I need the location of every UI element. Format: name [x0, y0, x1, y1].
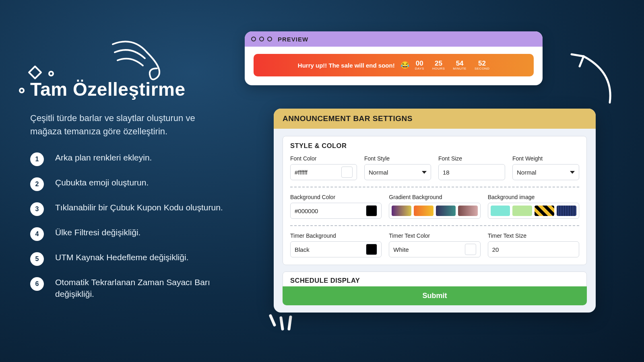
gradient-option[interactable]	[414, 206, 433, 216]
submit-button[interactable]: Submit	[283, 286, 587, 305]
timer-text-color-input[interactable]: White	[389, 241, 480, 257]
timer-background-input[interactable]: Black	[290, 241, 382, 257]
feature-item: 1Arka plan renkleri ekleyin.	[30, 152, 223, 166]
feature-number: 1	[30, 152, 44, 166]
gradient-option[interactable]	[458, 206, 478, 216]
font-color-input[interactable]: #ffffff	[290, 164, 357, 180]
gradient-background-label: Gradient Background	[389, 194, 480, 200]
font-style-field: Font Style Normal	[364, 155, 431, 180]
font-size-field: Font Size 18	[438, 155, 505, 180]
font-style-label: Font Style	[364, 155, 431, 162]
feature-number: 5	[30, 252, 44, 266]
bg-image-option[interactable]	[512, 206, 532, 216]
feature-item: 6Otomatik Tekrarlanan Zaman Sayacı Barı …	[30, 276, 223, 300]
feature-text: Çubukta emoji oluşturun.	[55, 177, 149, 188]
svg-point-1	[20, 88, 24, 93]
chevron-down-icon	[570, 171, 575, 174]
font-color-field: Font Color #ffffff	[290, 155, 357, 180]
bg-image-option[interactable]	[491, 206, 510, 216]
feature-list: 1Arka plan renkleri ekleyin. 2Çubukta em…	[30, 152, 223, 300]
preview-label: PREVIEW	[278, 36, 308, 43]
chevron-down-icon	[422, 171, 427, 174]
feature-text: Tıklanabilir bir Çubuk Kupon Kodu oluştu…	[55, 202, 223, 213]
page-subtitle: Çeşitli türde barlar ve slaytlar oluştur…	[30, 111, 223, 138]
font-weight-field: Font Weight Normal	[512, 155, 579, 180]
timer-background-field: Timer Background Black	[290, 232, 382, 257]
feature-number: 4	[30, 227, 44, 241]
feature-text: Ülke Filtresi değişikliği.	[55, 226, 140, 238]
background-image-field: Background image	[488, 194, 579, 219]
timer-text-color-swatch[interactable]	[465, 244, 476, 255]
font-style-select[interactable]: Normal	[364, 164, 431, 180]
background-color-input[interactable]: #000000	[290, 203, 382, 219]
font-color-label: Font Color	[290, 155, 357, 162]
settings-body: STYLE & COLOR Font Color #ffffff Font St…	[274, 129, 596, 313]
font-weight-label: Font Weight	[512, 155, 579, 162]
banner-emoji-icon: 😂	[400, 61, 409, 70]
feature-item: 5UTM Kaynak Hedefleme değişikliği.	[30, 251, 223, 266]
timer-text-color-label: Timer Text Color	[389, 232, 480, 239]
gradient-background-field: Gradient Background	[389, 194, 480, 219]
svg-point-0	[49, 72, 53, 76]
timer-text-size-label: Timer Text SIze	[488, 232, 579, 239]
feature-item: 3Tıklanabilir bir Çubuk Kupon Kodu oluşt…	[30, 202, 223, 216]
settings-title: ANNOUNCEMENT BAR SETTIGNS	[274, 109, 596, 129]
divider	[290, 187, 579, 187]
timer-hours: 25HOURS	[432, 60, 445, 70]
announcement-banner: Hurry up!! The sale will end soon! 😂 00D…	[254, 54, 534, 76]
timer-second: 52SECOND	[475, 60, 489, 70]
preview-body: Hurry up!! The sale will end soon! 😂 00D…	[245, 47, 543, 85]
banner-timer: 00DAYS 25HOURS 54MINUTE 52SECOND	[415, 60, 490, 70]
background-image-options	[488, 203, 579, 219]
style-color-heading: STYLE & COLOR	[290, 142, 579, 150]
schedule-display-panel: SCHEDULE DISPLAY	[283, 272, 587, 287]
style-color-panel: STYLE & COLOR Font Color #ffffff Font St…	[283, 136, 587, 265]
schedule-display-heading: SCHEDULE DISPLAY	[290, 277, 579, 284]
font-size-label: Font Size	[438, 155, 505, 162]
background-image-label: Background image	[488, 194, 579, 200]
feature-number: 3	[30, 202, 44, 216]
preview-card: PREVIEW Hurry up!! The sale will end soo…	[245, 31, 543, 85]
feature-number: 6	[30, 277, 44, 291]
feature-text: UTM Kaynak Hedefleme değişikliği.	[55, 251, 188, 263]
window-dots-icon	[251, 37, 272, 41]
timer-days: 00DAYS	[415, 60, 424, 70]
page-title: Tam Özelleştirme	[30, 78, 223, 100]
gradient-option[interactable]	[436, 206, 456, 216]
divider	[290, 225, 579, 226]
background-color-label: Background Color	[290, 194, 382, 200]
feature-text: Arka plan renkleri ekleyin.	[55, 152, 152, 163]
left-column: Tam Özelleştirme Çeşitli türde barlar ve…	[30, 78, 223, 311]
doodle-arrow-right	[566, 50, 618, 108]
timer-background-swatch[interactable]	[366, 244, 377, 255]
timer-text-color-field: Timer Text Color White	[389, 232, 480, 257]
timer-text-size-input[interactable]: 20	[488, 241, 579, 257]
background-color-swatch[interactable]	[366, 205, 377, 216]
font-weight-select[interactable]: Normal	[512, 164, 579, 180]
gradient-options	[389, 203, 480, 219]
preview-header: PREVIEW	[245, 31, 543, 47]
timer-background-label: Timer Background	[290, 232, 382, 239]
feature-number: 2	[30, 177, 44, 191]
font-color-swatch[interactable]	[341, 167, 353, 178]
feature-item: 2Çubukta emoji oluşturun.	[30, 177, 223, 191]
feature-item: 4Ülke Filtresi değişikliği.	[30, 226, 223, 241]
timer-minute: 54MINUTE	[453, 60, 466, 70]
doodle-marks-bottom	[266, 310, 302, 339]
gradient-option[interactable]	[392, 206, 411, 216]
bg-image-option[interactable]	[557, 206, 576, 216]
banner-message: Hurry up!! The sale will end soon!	[298, 62, 395, 69]
font-size-input[interactable]: 18	[438, 164, 505, 180]
feature-text: Otomatik Tekrarlanan Zaman Sayacı Barı d…	[55, 276, 223, 300]
timer-text-size-field: Timer Text SIze 20	[488, 232, 579, 257]
settings-card: ANNOUNCEMENT BAR SETTIGNS STYLE & COLOR …	[274, 109, 596, 313]
doodle-swirl-top	[109, 34, 177, 84]
background-color-field: Background Color #000000	[290, 194, 382, 219]
bg-image-option[interactable]	[535, 206, 554, 216]
